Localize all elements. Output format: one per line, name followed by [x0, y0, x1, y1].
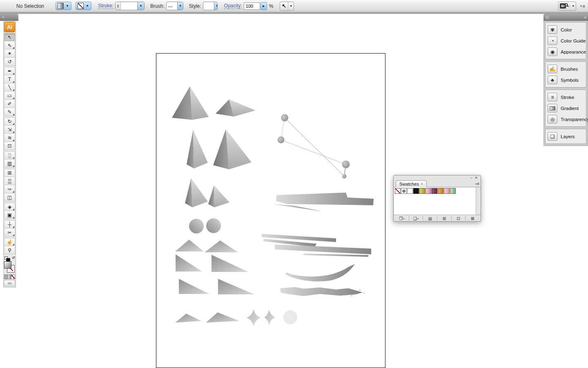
pen-tool[interactable]: ✒ — [4, 67, 15, 75]
fill-color-combo[interactable]: ▼ — [56, 2, 71, 10]
show-swatch-kinds-button[interactable]: ❑▾ — [409, 215, 423, 222]
zoom-tool[interactable]: ⚲ — [4, 246, 15, 254]
white-swatch[interactable] — [407, 188, 413, 194]
light-circle[interactable] — [283, 310, 297, 324]
chevron-down-icon[interactable]: ▼ — [214, 2, 218, 10]
close-icon[interactable]: ✕ — [474, 175, 478, 180]
swatch-libraries-menu-button[interactable]: ❐▾ — [395, 215, 409, 222]
minimize-icon[interactable]: − — [470, 175, 472, 180]
pyramid-large-1[interactable] — [172, 86, 209, 120]
opacity-slider-popout[interactable]: ▶ — [261, 2, 267, 10]
rotate-tool[interactable]: ↻ — [4, 117, 15, 126]
brush-stroke-2[interactable] — [262, 234, 371, 257]
node-sphere[interactable] — [278, 137, 285, 144]
pyramid-tall-3[interactable] — [187, 130, 208, 168]
tab-close-icon[interactable]: × — [421, 182, 423, 186]
resize-grip-icon[interactable]: ⋱ — [477, 218, 480, 221]
thin-triangle-1[interactable] — [175, 314, 201, 323]
control-panel-menu-icon[interactable]: ▾≡ — [580, 4, 585, 9]
new-swatch-button[interactable]: ⊡ — [452, 215, 466, 222]
rose-gradient-swatch[interactable] — [444, 188, 450, 194]
pyramid-small-6[interactable] — [208, 185, 229, 207]
node-sphere[interactable] — [342, 174, 347, 179]
warp-tool[interactable]: ≋ — [4, 134, 15, 142]
swap-fill-stroke-icon[interactable]: ⇄ — [12, 256, 15, 260]
crop-tool[interactable]: ┼ — [4, 220, 15, 229]
tab-swatches[interactable]: Swatches × — [396, 180, 427, 187]
triangle-flat-1[interactable] — [175, 240, 204, 251]
stroke-panel-link[interactable]: Stroke: — [98, 3, 114, 9]
dock-item-gradient[interactable]: Gradient — [546, 103, 586, 114]
lasso-tool[interactable]: ↺ — [4, 58, 15, 66]
opacity-input[interactable] — [244, 2, 260, 10]
maroon-gradient-swatch[interactable] — [432, 188, 437, 194]
dock-item-color[interactable]: ✾Color — [546, 24, 586, 35]
swatches-titlebar[interactable]: − ✕ — [394, 175, 481, 180]
right-triangle-2[interactable] — [212, 255, 248, 272]
chevron-down-icon[interactable]: ▼ — [177, 2, 183, 10]
scissors-tool[interactable]: ✂ — [4, 229, 15, 237]
magic-wand-tool[interactable]: ✶ — [4, 49, 15, 58]
chevron-down-icon[interactable]: ▼ — [137, 2, 144, 10]
none-button[interactable] — [11, 274, 15, 279]
right-triangle-4[interactable] — [218, 279, 254, 294]
blend-tool[interactable]: ◫ — [4, 193, 15, 202]
gradient-tool[interactable]: ▒ — [4, 177, 15, 185]
brush-combo[interactable]: — ▼ — [166, 2, 183, 10]
black-swatch[interactable] — [413, 188, 419, 194]
line-segment-tool[interactable]: ╲ — [4, 83, 15, 92]
brush-stroke-1[interactable] — [272, 193, 374, 211]
orange-gradient-swatch[interactable] — [438, 188, 443, 194]
swatch-options-button[interactable]: ▤ — [423, 215, 437, 222]
pyramid-small-5[interactable] — [185, 178, 208, 207]
node-sphere[interactable] — [342, 161, 350, 168]
gradient-button[interactable] — [8, 274, 12, 279]
pencil-tool[interactable]: ✎ — [4, 108, 15, 116]
pyramid-large-4[interactable] — [213, 129, 252, 169]
dock-item-color-guide[interactable]: ◔Color Guide — [546, 35, 586, 46]
fill-indicator[interactable] — [4, 261, 11, 269]
style-combo[interactable]: ▼ — [203, 2, 218, 10]
pyramid-flat-2[interactable] — [216, 99, 256, 117]
dock-item-transparency[interactable]: ◎Transparency — [546, 114, 586, 125]
paintbrush-tool[interactable]: ✐ — [4, 100, 15, 108]
dock-item-stroke[interactable]: ≡Stroke — [546, 92, 586, 103]
color-button[interactable] — [4, 274, 8, 279]
select-similar-button[interactable]: ↖ ▼ — [280, 2, 294, 11]
connected-nodes-path[interactable] — [278, 114, 350, 179]
stroke-color-combo[interactable]: ▼ — [76, 2, 91, 10]
brush-stroke-4[interactable] — [280, 287, 364, 296]
artboard[interactable] — [156, 53, 385, 368]
dock-item-brushes[interactable]: ✍Brushes — [546, 63, 586, 74]
four-point-star-2[interactable] — [264, 310, 275, 325]
opacity-panel-link[interactable]: Opacity: — [224, 3, 242, 9]
eyedropper-tool[interactable]: ✑ — [4, 185, 15, 193]
toolbar-collapse-header[interactable]: » — [0, 14, 18, 21]
node-sphere[interactable] — [281, 114, 288, 121]
none-swatch[interactable] — [395, 188, 401, 194]
chevron-down-icon[interactable]: ▼ — [570, 4, 575, 7]
selection-tool[interactable]: ↖ — [4, 33, 15, 41]
teal-gradient-swatch[interactable] — [450, 188, 456, 194]
graph-tool[interactable]: ▥ — [4, 159, 15, 168]
dock-item-symbols[interactable]: ♣Symbols — [546, 74, 586, 85]
registration-swatch[interactable]: ⊕ — [401, 188, 407, 194]
brush-stroke-3[interactable] — [285, 264, 355, 281]
yellow-gradient-swatch[interactable] — [419, 188, 425, 194]
dock-item-appearance[interactable]: ◉Appearance — [546, 46, 586, 57]
thin-triangle-2[interactable] — [206, 312, 239, 323]
live-paint-selection-tool[interactable]: ▣ — [4, 211, 15, 219]
direct-selection-tool[interactable]: ⇖ — [4, 41, 15, 49]
live-paint-bucket-tool[interactable]: ◈ — [4, 203, 15, 211]
gradient-circle-2[interactable] — [206, 218, 221, 233]
mesh-tool[interactable]: ⊞ — [4, 169, 15, 177]
scale-tool[interactable]: ⇲ — [4, 126, 15, 134]
pink-gradient-swatch[interactable] — [425, 188, 431, 194]
panel-menu-icon[interactable]: ▾≡ — [475, 182, 479, 186]
chevron-down-icon[interactable]: ▼ — [288, 2, 294, 10]
new-color-group-button[interactable]: ⊞ — [437, 215, 451, 222]
four-point-star-1[interactable] — [247, 309, 261, 326]
rectangle-tool[interactable]: ▭ — [4, 92, 15, 100]
symbol-sprayer-tool[interactable]: ░ — [4, 151, 15, 159]
type-tool[interactable]: T — [4, 75, 15, 83]
